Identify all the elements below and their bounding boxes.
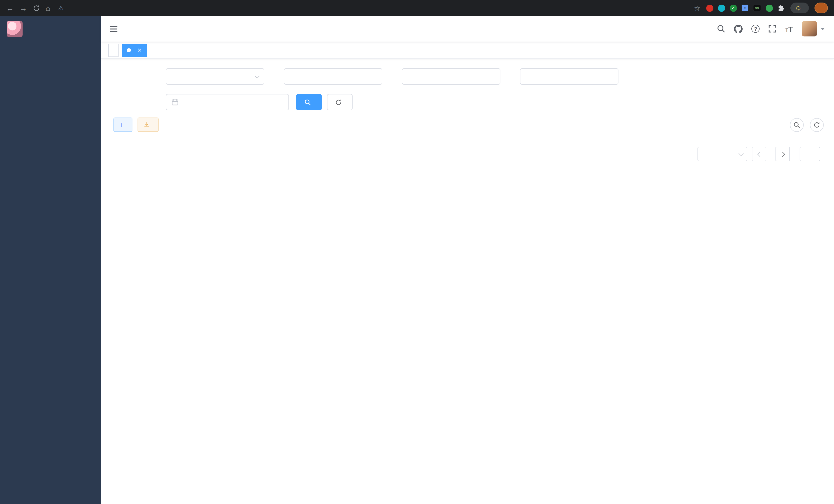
help-icon[interactable]: ?: [752, 25, 760, 33]
extension-icon-green-check[interactable]: ✓: [729, 4, 737, 12]
fullscreen-icon[interactable]: [769, 25, 777, 33]
tab-error-code[interactable]: ×: [122, 43, 147, 57]
user-menu[interactable]: [802, 21, 825, 37]
paused-badge[interactable]: ☺: [790, 3, 809, 13]
main-area: ? TT ×: [101, 16, 834, 504]
extension-icon-red[interactable]: [706, 4, 713, 12]
hamburger-icon[interactable]: [109, 24, 118, 33]
navbar-actions: ? TT: [717, 21, 825, 37]
toggle-search-button[interactable]: [790, 118, 804, 132]
bookmark-star-icon[interactable]: ☆: [694, 4, 700, 12]
header-search-icon[interactable]: [717, 25, 725, 33]
error-type-select[interactable]: [166, 68, 264, 85]
table-toolbar: +: [113, 117, 824, 132]
github-icon[interactable]: [734, 24, 743, 33]
avatar: [802, 21, 817, 37]
filter-app-name: [278, 68, 382, 85]
pagination: [113, 147, 824, 161]
filter-row-2: [113, 94, 824, 110]
back-icon[interactable]: ←: [6, 4, 14, 12]
screen: ← → ⌂ ⚠ ☆ ✓ on ☺: [0, 0, 834, 504]
error-code-input[interactable]: [402, 68, 500, 85]
chevron-down-icon: [739, 151, 744, 156]
refresh-icon: [335, 99, 342, 106]
font-size-icon[interactable]: TT: [786, 25, 793, 32]
extensions-puzzle-icon[interactable]: [777, 4, 785, 12]
reset-button[interactable]: [327, 94, 353, 110]
warning-icon: ⚠: [58, 4, 64, 12]
prev-page-button[interactable]: [752, 147, 766, 161]
app-logo[interactable]: [0, 16, 101, 42]
browser-toolbar: ← → ⌂ ⚠ ☆ ✓ on ☺: [0, 0, 834, 16]
forward-icon[interactable]: →: [20, 4, 27, 12]
page-size-select[interactable]: [698, 147, 747, 161]
goto-page-input[interactable]: [799, 147, 820, 161]
search-icon: [304, 99, 311, 106]
extension-icon-teal[interactable]: [718, 4, 725, 12]
chevron-down-icon: [255, 73, 260, 78]
top-navbar: ? TT: [101, 16, 834, 42]
page-content: +: [101, 59, 834, 504]
address-bar[interactable]: ⚠: [58, 4, 75, 12]
plus-icon: +: [119, 121, 124, 128]
filter-error-hint: [514, 68, 618, 85]
extension-icon-green[interactable]: [766, 4, 773, 12]
extension-icon-on-switch[interactable]: on: [753, 5, 761, 11]
sidebar-menu: [0, 42, 101, 504]
active-dot-icon: [127, 48, 131, 52]
smiley-icon: ☺: [795, 5, 802, 11]
refresh-table-button[interactable]: [810, 118, 824, 132]
update-button[interactable]: [814, 3, 828, 13]
tab-home[interactable]: [108, 43, 118, 57]
export-button[interactable]: [137, 117, 159, 132]
extension-icons: ✓ on: [706, 4, 785, 12]
filter-error-type: [113, 68, 264, 85]
chevron-down-icon: [821, 27, 825, 30]
reload-icon[interactable]: [33, 4, 40, 12]
close-icon[interactable]: ×: [137, 47, 141, 53]
filter-row-1: [113, 68, 824, 85]
sidebar: [0, 16, 101, 504]
pagination-goto: [796, 147, 824, 161]
add-button[interactable]: +: [113, 117, 132, 132]
filter-created-time: [113, 94, 289, 110]
download-icon: [144, 122, 150, 128]
search-button[interactable]: [296, 94, 322, 110]
divider: [71, 5, 71, 11]
home-icon[interactable]: ⌂: [46, 4, 50, 12]
date-range-picker[interactable]: [166, 94, 289, 110]
next-page-button[interactable]: [775, 147, 790, 161]
app-name-input[interactable]: [284, 68, 382, 85]
tags-view-bar: ×: [101, 42, 834, 59]
error-hint-input[interactable]: [520, 68, 618, 85]
filter-error-code: [396, 68, 500, 85]
extension-icon-blue-grid[interactable]: [741, 5, 748, 11]
calendar-icon: [171, 98, 179, 106]
logo-avatar: [7, 21, 23, 37]
